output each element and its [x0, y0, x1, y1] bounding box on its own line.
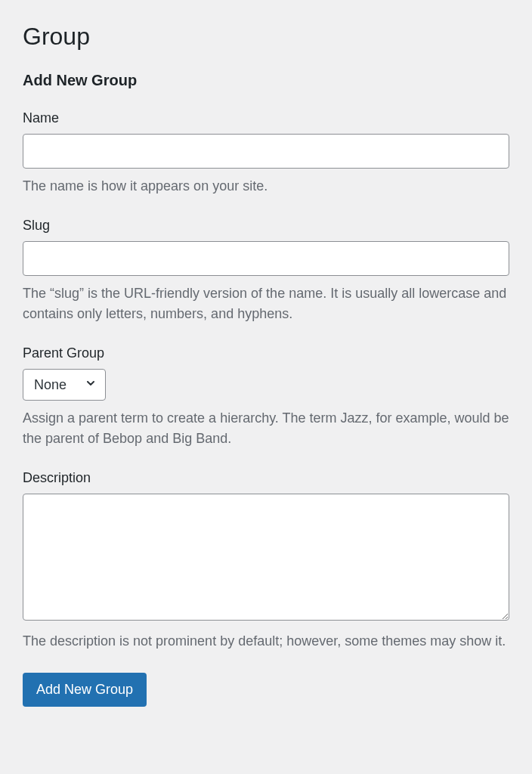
name-field-group: Name The name is how it appears on your … — [23, 110, 509, 197]
slug-input[interactable] — [23, 241, 509, 276]
parent-select-wrapper: None — [23, 369, 106, 401]
name-label: Name — [23, 110, 509, 126]
description-field-group: Description The description is not promi… — [23, 470, 509, 652]
name-help-text: The name is how it appears on your site. — [23, 176, 509, 197]
slug-field-group: Slug The “slug” is the URL-friendly vers… — [23, 218, 509, 324]
add-new-group-button[interactable]: Add New Group — [23, 673, 147, 707]
form-title: Add New Group — [23, 72, 509, 89]
slug-help-text: The “slug” is the URL-friendly version o… — [23, 283, 509, 324]
parent-label: Parent Group — [23, 345, 509, 361]
parent-help-text: Assign a parent term to create a hierarc… — [23, 408, 509, 449]
description-label: Description — [23, 470, 509, 486]
parent-select[interactable]: None — [23, 369, 106, 401]
slug-label: Slug — [23, 218, 509, 234]
name-input[interactable] — [23, 134, 509, 169]
description-input[interactable] — [23, 494, 509, 621]
page-title: Group — [23, 23, 509, 51]
parent-field-group: Parent Group None Assign a parent term t… — [23, 345, 509, 449]
description-help-text: The description is not prominent by defa… — [23, 631, 509, 652]
